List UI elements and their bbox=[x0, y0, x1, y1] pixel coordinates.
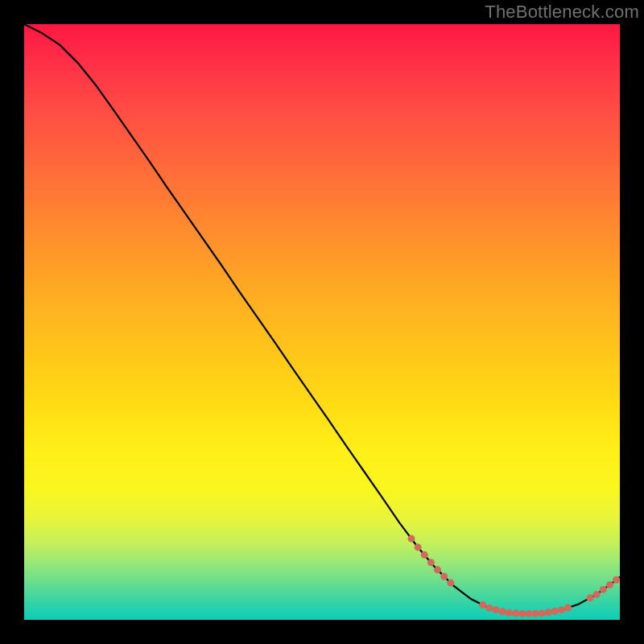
curve-marker-dot bbox=[427, 559, 435, 566]
curve-marker-dot bbox=[613, 576, 620, 584]
curve-marker-dot bbox=[606, 581, 613, 588]
curve-marker-dot bbox=[545, 609, 552, 616]
curve-marker-dot bbox=[499, 608, 506, 615]
plot-svg bbox=[24, 24, 620, 620]
curve-marker-dot bbox=[512, 609, 519, 617]
curve-marker-dot bbox=[493, 606, 500, 613]
watermark-text: TheBottleneck.com bbox=[485, 2, 639, 23]
curve-marker-dot bbox=[408, 535, 415, 543]
curve-marker-dot bbox=[506, 609, 513, 617]
curve-marker-dot bbox=[593, 591, 601, 598]
curve-marker-dot bbox=[558, 606, 565, 613]
curve-marker-dot bbox=[421, 551, 428, 559]
plot-area bbox=[24, 24, 620, 620]
curve-marker-dot bbox=[539, 609, 546, 617]
curve-marker-dot bbox=[587, 594, 594, 601]
curve-markers bbox=[408, 535, 621, 617]
curve-marker-dot bbox=[525, 610, 532, 617]
curve-marker-dot bbox=[415, 543, 422, 551]
curve-marker-dot bbox=[440, 572, 448, 580]
curve-marker-dot bbox=[485, 605, 493, 612]
curve-line bbox=[24, 24, 620, 614]
curve-marker-dot bbox=[518, 610, 526, 617]
curve-marker-dot bbox=[447, 580, 454, 587]
curve-marker-dot bbox=[600, 586, 607, 593]
curve-marker-dot bbox=[564, 604, 572, 611]
curve-marker-dot bbox=[551, 608, 559, 615]
curve-marker-dot bbox=[531, 610, 539, 617]
chart-frame: TheBottleneck.com bbox=[0, 0, 644, 644]
curve-marker-dot bbox=[434, 566, 441, 573]
curve-marker-dot bbox=[479, 601, 486, 609]
